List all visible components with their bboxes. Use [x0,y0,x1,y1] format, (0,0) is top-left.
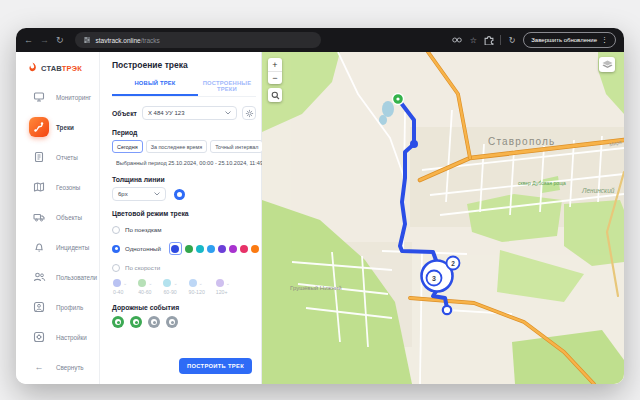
chevron-down-icon: ⌄ [123,280,127,286]
collapse-arrow-icon: ← [29,357,49,377]
speed-color-select[interactable] [189,279,197,287]
color-swatch[interactable] [196,245,204,253]
logo-flame-icon [28,62,38,74]
map-canvas[interactable]: 3 2 Ставрополь Ленинский сквер Дубовая р… [262,52,624,384]
vehicle-icon [29,207,49,227]
speed-range-row: ⌄ 0-40 ⌄ 40-60 ⌄ 60-90 ⌄ 90-120 [113,279,256,295]
road-events-label: Дорожные события [112,304,256,311]
event-toggle[interactable] [112,316,124,328]
sidebar-item-users[interactable]: Пользователи [16,262,99,292]
object-value: Х 484 УУ 123 [148,110,221,116]
build-track-button[interactable]: ПОСТРОИТЬ ТРЕК [179,358,252,374]
object-select[interactable]: Х 484 УУ 123 [142,106,237,120]
zoom-in-button[interactable]: + [268,58,282,71]
speed-range-item: ⌄ 60-90 [163,279,177,295]
speed-range-label: 60-90 [163,289,177,295]
magnifier-icon [271,91,280,100]
color-swatch-selected[interactable] [169,242,182,255]
speed-color-select[interactable] [216,279,224,287]
speed-color-select[interactable] [138,279,146,287]
event-toggle[interactable] [130,316,142,328]
zoom-out-button[interactable]: − [268,71,282,84]
radio-solid[interactable] [112,245,120,253]
speed-range-label: 120+ [216,289,230,295]
color-mode-speed-row: По скорости [112,261,256,274]
object-label: Объект [112,110,137,117]
color-mode-solid-row: Однотонный [112,242,256,255]
logo-text: СТАВТРЭК [41,64,82,73]
zoom-control: + − [268,58,282,84]
tab-new-track[interactable]: НОВЫЙ ТРЕК [112,77,198,96]
track-builder-panel: Построение трека НОВЫЙ ТРЕК ПОСТРОЕННЫЕ … [100,52,262,384]
profile-icon [29,297,49,317]
color-swatch[interactable] [218,245,226,253]
address-bar[interactable]: stavtrack.online/tracks [75,32,321,48]
color-swatch[interactable] [185,245,193,253]
color-swatch[interactable] [240,245,248,253]
monitor-icon [29,87,49,107]
layers-button[interactable] [599,57,615,72]
sidebar-item-objects[interactable]: Объекты [16,202,99,232]
back-icon[interactable]: ← [24,28,33,52]
sidebar-item-label: Настройки [56,334,87,341]
radio-solid-label: Однотонный [125,245,161,252]
sidebar-item-label: Свернуть [56,364,84,371]
kebab-menu-icon[interactable]: ⋮ [601,36,608,44]
speed-range-item: ⌄ 120+ [216,279,230,295]
period-chip-recent[interactable]: За последнее время [146,140,208,153]
speed-range-label: 90-120 [189,289,205,295]
radio-speed-label: По скорости [125,264,160,271]
color-mode-trips-row: По поездкам [112,223,256,236]
incident-bell-icon [29,237,49,257]
color-swatch[interactable] [251,245,259,253]
radio-trips[interactable] [112,226,120,234]
sidebar-item-label: Профиль [56,304,83,311]
bookmark-star-icon[interactable]: ☆ [468,35,478,45]
forward-icon[interactable]: → [40,28,49,52]
speed-color-select[interactable] [113,279,121,287]
sidebar-item-geozones[interactable]: Геозоны [16,172,99,202]
sidebar-item-label: Геозоны [56,184,80,191]
chevron-down-icon [225,111,231,115]
map-tiles: 3 2 [262,52,624,384]
period-chip-exact[interactable]: Точный интервал [210,140,263,153]
event-toggle[interactable] [166,316,178,328]
reload-icon[interactable]: ↻ [56,28,64,52]
tab-built-tracks[interactable]: ПОСТРОЕННЫЕ ТРЕКИ [198,77,256,96]
speed-color-select[interactable] [163,279,171,287]
sidebar-item-monitoring[interactable]: Мониторинг [16,82,99,112]
divider [500,35,501,45]
sidebar-item-reports[interactable]: Отчеты [16,142,99,172]
site-settings-icon [83,36,91,44]
color-swatch[interactable] [207,245,215,253]
sidebar-item-label: Треки [56,124,74,131]
road-events-toggles [112,316,256,328]
sidebar-item-settings[interactable]: Настройки [16,322,99,352]
svg-text:3: 3 [432,275,436,282]
solid-color-swatches [169,242,270,255]
period-chip-today[interactable]: Сегодня [112,140,143,153]
radio-speed[interactable] [112,264,120,272]
line-width-select[interactable]: 6px [112,187,166,201]
sidebar-item-profile[interactable]: Профиль [16,292,99,322]
sidebar-item-label: Отчеты [56,154,78,161]
fit-bounds-button[interactable] [268,88,282,102]
reading-mode-icon[interactable] [452,35,462,45]
finish-update-label: Завершить обновление [531,37,597,43]
browser-chrome: ← → ↻ stavtrack.online/tracks ☆ ↻ [16,28,624,52]
color-dot [171,245,179,253]
event-toggle[interactable] [148,316,160,328]
sidebar-item-tracks[interactable]: Треки [16,112,99,142]
geozone-map-icon [29,177,49,197]
period-summary-text: Выбранный период 25.10.2024, 00:00 - 25.… [116,160,263,166]
extensions-icon[interactable] [484,35,494,45]
speed-range-item: ⌄ 90-120 [189,279,205,295]
route-icon [29,117,49,137]
color-swatch[interactable] [229,245,237,253]
finish-update-button[interactable]: Завершить обновление ⋮ [523,32,616,48]
object-settings-button[interactable] [242,106,256,120]
sidebar-collapse-button[interactable]: ← Свернуть [16,352,99,382]
logo: СТАВТРЭК [16,60,99,82]
sidebar-item-incidents[interactable]: Инциденты [16,232,99,262]
sync-icon[interactable]: ↻ [507,35,517,45]
